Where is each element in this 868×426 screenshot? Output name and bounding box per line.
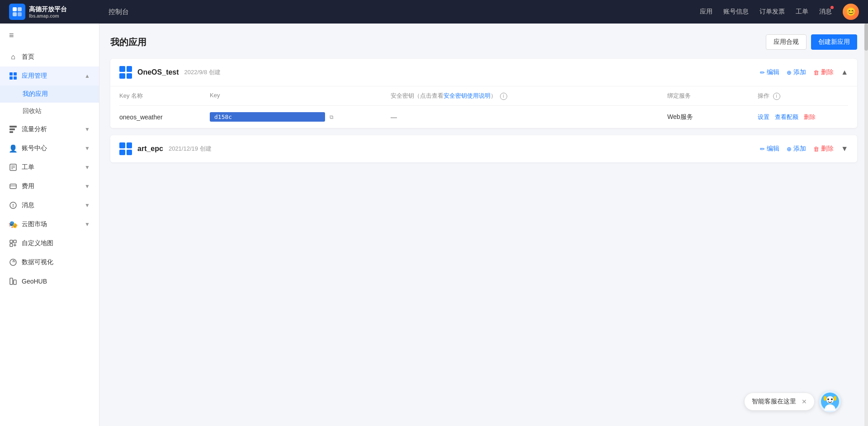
sidebar-item-home-label: 首页 xyxy=(22,53,34,61)
account-icon: 👤 xyxy=(9,144,17,152)
svg-rect-22 xyxy=(10,244,13,246)
sidebar-item-app-mgmt-label: 应用管理 xyxy=(22,72,47,80)
svg-rect-10 xyxy=(9,131,13,133)
svg-rect-26 xyxy=(14,280,16,284)
check-quota-action[interactable]: 查看配额 xyxy=(775,113,798,121)
svg-rect-5 xyxy=(14,72,17,76)
chat-avatar[interactable] xyxy=(819,391,841,412)
custom-map-icon xyxy=(9,239,17,247)
chevron-up-icon: ▲ xyxy=(85,73,90,79)
sidebar-toggle[interactable]: ≡ xyxy=(0,24,99,47)
security-link[interactable]: 安全密钥使用说明 xyxy=(443,92,491,99)
sidebar-item-message[interactable]: 消息 ▼ xyxy=(0,196,99,215)
table-header-oneos: Key 名称 Key 安全密钥（点击查看安全密钥使用说明） i 绑定服务 操作 … xyxy=(119,86,848,106)
sidebar-item-fee-label: 费用 xyxy=(22,182,34,190)
icon-dot-1 xyxy=(119,66,125,72)
edit-icon-2: ✏ xyxy=(760,146,765,152)
delete-link-artepc[interactable]: 🗑 删除 xyxy=(813,145,834,153)
collapse-btn-oneos[interactable]: ▲ xyxy=(841,68,848,76)
app-date-oneos: 2022/9/8 创建 xyxy=(184,68,221,76)
edit-link-artepc[interactable]: ✏ 编辑 xyxy=(760,145,779,153)
svg-rect-32 xyxy=(824,396,826,401)
sidebar-sub-my-apps-label: 我的应用 xyxy=(23,90,48,97)
sidebar-item-custom-map[interactable]: 自定义地图 xyxy=(0,234,99,253)
chevron-down-icon2: ▼ xyxy=(85,145,90,151)
logo-icon xyxy=(9,4,25,20)
sidebar-item-message-label: 消息 xyxy=(22,201,34,209)
icon-dot-4 xyxy=(127,73,132,79)
sidebar-item-data-viz[interactable]: 数据可视化 xyxy=(0,253,99,272)
sidebar-item-map-market[interactable]: 🎭 云图市场 ▼ xyxy=(0,215,99,234)
scrollbar-thumb xyxy=(864,24,868,51)
app-table-oneos: Key 名称 Key 安全密钥（点击查看安全密钥使用说明） i 绑定服务 操作 … xyxy=(110,86,857,128)
nav-item-message[interactable]: 消息 xyxy=(819,8,832,16)
chevron-down-icon4: ▼ xyxy=(85,183,90,189)
svg-point-30 xyxy=(827,398,829,400)
op-info-icon: i xyxy=(773,93,780,100)
delete-link-oneos[interactable]: 🗑 删除 xyxy=(813,68,834,76)
right-scrollbar[interactable] xyxy=(864,24,868,426)
chevron-down-icon6: ▼ xyxy=(85,221,90,227)
key-name-cell: oneos_weather xyxy=(119,114,210,121)
sidebar-item-traffic-label: 流量分析 xyxy=(22,125,47,133)
del-key-action[interactable]: 删除 xyxy=(804,113,816,121)
compliance-button[interactable]: 应用合规 xyxy=(766,34,807,50)
app-card-header-artepc: art_epc 2021/12/19 创建 ✏ 编辑 ⊕ 添加 🗑 删除 xyxy=(110,135,857,162)
sidebar-item-fee[interactable]: 费用 ▼ xyxy=(0,177,99,196)
chevron-down-icon5: ▼ xyxy=(85,202,90,208)
map-market-icon: 🎭 xyxy=(9,220,17,228)
sidebar-sub-my-apps[interactable]: 我的应用 xyxy=(0,85,99,103)
chevron-down-icon: ▼ xyxy=(85,126,90,133)
edit-link-oneos[interactable]: ✏ 编辑 xyxy=(760,68,779,76)
sidebar-item-app-mgmt[interactable]: 应用管理 ▲ xyxy=(0,66,99,85)
workorder-icon xyxy=(9,163,17,171)
sidebar-item-geohub-label: GeoHUB xyxy=(22,278,47,285)
header: 高德开放平台 lbs.amap.com 控制台 应用 账号信息 订单发票 工单 … xyxy=(0,0,868,24)
chat-bubble: 智能客服在这里 ✕ xyxy=(744,393,815,411)
svg-rect-7 xyxy=(14,76,17,80)
user-avatar[interactable]: 😊 xyxy=(843,4,859,20)
sidebar-item-traffic[interactable]: 流量分析 ▼ xyxy=(0,120,99,139)
logo-title: 高德开放平台 xyxy=(29,5,67,14)
add-circle-icon: ⊕ xyxy=(787,69,792,76)
nav-item-ticket[interactable]: 工单 xyxy=(796,8,808,16)
svg-rect-2 xyxy=(13,12,17,16)
nav-item-account-info[interactable]: 账号信息 xyxy=(723,8,749,16)
add-link-oneos[interactable]: ⊕ 添加 xyxy=(787,68,806,76)
sidebar-item-account-center[interactable]: 👤 账号中心 ▼ xyxy=(0,139,99,158)
col-key: Key xyxy=(210,92,391,100)
sidebar-item-home[interactable]: ⌂ 首页 xyxy=(0,47,99,66)
app-date-artepc: 2021/12/19 创建 xyxy=(169,145,212,153)
traffic-icon xyxy=(9,125,17,133)
sidebar-item-account-label: 账号中心 xyxy=(22,144,47,152)
edit-label-oneos: 编辑 xyxy=(767,68,779,76)
nav-item-orders[interactable]: 订单发票 xyxy=(760,8,785,16)
logo-sub: lbs.amap.com xyxy=(29,14,67,19)
app-card-actions-oneos: ✏ 编辑 ⊕ 添加 🗑 删除 ▲ xyxy=(760,68,848,76)
svg-rect-20 xyxy=(10,240,13,243)
geohub-icon xyxy=(9,277,17,285)
svg-point-31 xyxy=(831,398,833,400)
sidebar-sub-recycle[interactable]: 回收站 xyxy=(0,103,99,120)
add-link-artepc[interactable]: ⊕ 添加 xyxy=(787,145,806,153)
create-app-button[interactable]: 创建新应用 xyxy=(811,34,857,50)
sidebar-item-geohub[interactable]: GeoHUB xyxy=(0,272,99,291)
trash-icon: 🗑 xyxy=(813,69,819,76)
svg-rect-4 xyxy=(9,72,13,76)
chat-close-button[interactable]: ✕ xyxy=(802,398,807,405)
set-action[interactable]: 设置 xyxy=(758,113,769,121)
bound-service-cell: Web服务 xyxy=(667,113,758,121)
icon-dot-a2 xyxy=(127,142,132,148)
sidebar-item-workorder-label: 工单 xyxy=(22,163,34,171)
svg-rect-6 xyxy=(9,76,13,80)
trash-icon-2: 🗑 xyxy=(813,146,819,152)
nav-item-app[interactable]: 应用 xyxy=(700,8,712,16)
sidebar-item-workorder[interactable]: 工单 ▼ xyxy=(0,158,99,177)
delete-label-artepc: 删除 xyxy=(821,145,834,153)
icon-dot-a4 xyxy=(127,150,132,156)
table-row: oneos_weather d158c ⧉ — Web服务 设置 查看配额 删除 xyxy=(119,106,848,128)
header-right: 应用 账号信息 订单发票 工单 消息 😊 xyxy=(700,4,859,20)
copy-icon[interactable]: ⧉ xyxy=(330,114,334,120)
expand-btn-artepc[interactable]: ▼ xyxy=(841,145,848,153)
svg-rect-0 xyxy=(13,7,17,11)
